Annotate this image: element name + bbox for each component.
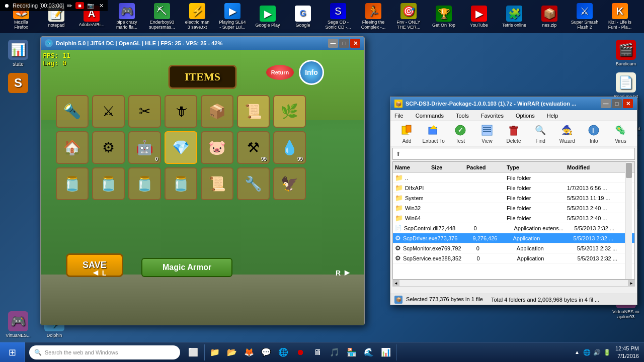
taskbar-icon-chat[interactable]: 💬 bbox=[258, 344, 274, 360]
winrar-close[interactable]: ✕ bbox=[623, 99, 633, 108]
item-slot-16[interactable]: 🫙 bbox=[92, 167, 125, 200]
taskbar-icon-filemanager[interactable]: 📂 bbox=[224, 344, 240, 360]
return-button[interactable]: Return bbox=[266, 65, 294, 80]
menu-file[interactable]: File bbox=[392, 112, 406, 120]
winrar-path-bar[interactable]: ⬆ bbox=[392, 148, 635, 160]
info-button[interactable]: Info bbox=[299, 60, 324, 85]
scrollbar-thumb[interactable] bbox=[626, 163, 632, 178]
winrar-maximize[interactable]: □ bbox=[612, 99, 622, 108]
minimize-button[interactable]: — bbox=[328, 39, 338, 48]
item-slot-1[interactable]: 🔦 bbox=[56, 95, 89, 128]
tray-clock[interactable]: 12:45 PM 7/1/2016 bbox=[615, 345, 639, 359]
taskbar-icon-chrome[interactable]: 🌐 bbox=[275, 344, 291, 360]
menu-tools[interactable]: Tools bbox=[454, 112, 471, 120]
desktop-icon-kizi[interactable]: K Kizi - Life isFun! - Pla... bbox=[603, 1, 637, 32]
item-slot-7[interactable]: 🌿 bbox=[273, 95, 306, 128]
item-slot-12[interactable]: 🐷 bbox=[201, 131, 233, 164]
list-row-win64[interactable]: 📁 Win64 File folder 5/5/2013 2:40 ... bbox=[393, 213, 634, 223]
desktop-icon-electric[interactable]: ⚡ electric man3 save.txt bbox=[180, 1, 214, 32]
item-slot-13[interactable]: ⚒ 99 bbox=[237, 131, 270, 164]
list-row-parent[interactable]: 📁 .. File folder bbox=[393, 173, 634, 183]
toolbar-view[interactable]: View bbox=[474, 122, 499, 145]
taskbar-icon-store[interactable]: 🏪 bbox=[344, 344, 360, 360]
list-row-difxapi[interactable]: 📁 DIfxAPI File folder 1/7/2013 6:56 ... bbox=[393, 183, 634, 193]
toolbar-test[interactable]: ✓ Test bbox=[448, 122, 472, 145]
stop-button[interactable]: ■ bbox=[75, 2, 84, 9]
toolbar-wizard[interactable]: 🧙 Wizard bbox=[555, 122, 580, 145]
list-row-scpservice[interactable]: ⚙ ScpService.exe 388,352 0 Application 5… bbox=[393, 253, 634, 263]
item-slot-19[interactable]: 📜 bbox=[201, 167, 233, 200]
tray-icon-network[interactable]: 🌐 bbox=[583, 348, 591, 356]
taskbar-icon-firefox[interactable]: 🦊 bbox=[241, 344, 257, 360]
toolbar-extract[interactable]: Extract To bbox=[421, 122, 446, 145]
item-slot-17[interactable]: 🫙 bbox=[128, 167, 161, 200]
item-slot-14[interactable]: 💧 99 bbox=[273, 131, 306, 164]
camera-icon[interactable]: 📷 bbox=[87, 3, 94, 9]
list-row-system[interactable]: 📁 System File folder 5/5/2013 11:19 ... bbox=[393, 193, 634, 203]
menu-help[interactable]: Help bbox=[545, 112, 560, 120]
tray-icon-volume[interactable]: 🔊 bbox=[593, 348, 601, 356]
menu-options[interactable]: Options bbox=[514, 112, 537, 120]
hscroll-right[interactable]: ► bbox=[628, 280, 635, 286]
taskbar-icon-music[interactable]: 🎵 bbox=[327, 344, 343, 360]
toolbar-virus[interactable]: 🦠 Virus bbox=[608, 122, 633, 145]
desktop-icon-googleplay[interactable]: ▶ Google Play bbox=[251, 4, 285, 30]
item-slot-21[interactable]: 🦅 bbox=[273, 167, 306, 200]
item-slot-11[interactable]: 💎 bbox=[165, 131, 197, 164]
desktop-icon-state[interactable]: 📊 state bbox=[2, 38, 34, 69]
desktop-icon-tetris[interactable]: 🧩 Tetris online bbox=[497, 4, 531, 30]
desktop-icon-google[interactable]: G Google bbox=[286, 4, 320, 30]
list-row-win32[interactable]: 📁 Win32 File folder 5/5/2013 2:40 ... bbox=[393, 203, 634, 213]
desktop-icon-virtuanes2[interactable]: 🎮 VirtuaNES... bbox=[2, 309, 34, 340]
desktop-icon-playing[interactable]: ▶ Playing SL64- Super Lui... bbox=[215, 1, 250, 32]
desktop-icon-youtube[interactable]: ▶ YouTube bbox=[462, 4, 496, 30]
taskbar-icon-chart[interactable]: 📊 bbox=[378, 344, 394, 360]
taskbar-search[interactable]: 🔍 Search the web and Windows bbox=[29, 345, 180, 359]
list-row-scpmonitor[interactable]: ⚙ ScpMonitor.exe 769,792 0 Application 5… bbox=[393, 243, 634, 253]
item-slot-9[interactable]: ⚙ bbox=[92, 131, 125, 164]
desktop-icon-sega[interactable]: S Sega CD -Sonic CD -... bbox=[321, 1, 355, 32]
item-slot-20[interactable]: 🔧 bbox=[237, 167, 270, 200]
item-slot-8[interactable]: 🏠 bbox=[56, 131, 89, 164]
winrar-scrollbar[interactable] bbox=[625, 162, 632, 279]
task-view-button[interactable]: ⬜ bbox=[184, 344, 202, 360]
taskbar-icon-explorer[interactable]: 📁 bbox=[207, 344, 223, 360]
winrar-titlebar[interactable]: 📦 SCP-DS3-Driver-Package-1.0.0.103 (1).7… bbox=[390, 97, 637, 110]
desktop-icon-bandicam[interactable]: 🎬 Bandicam bbox=[610, 38, 642, 68]
list-row-scpcontrol[interactable]: 📄 ScpControl.dll 72,448 0 Application ex… bbox=[393, 223, 634, 233]
menu-favorites[interactable]: Favorites bbox=[479, 112, 506, 120]
item-slot-2[interactable]: ⚔ bbox=[92, 95, 125, 128]
hscroll-left[interactable]: ◄ bbox=[392, 280, 399, 286]
taskbar-icon-record[interactable]: ⏺ bbox=[292, 344, 308, 360]
l-button[interactable]: ◄ L bbox=[91, 267, 106, 278]
winrar-minimize[interactable]: — bbox=[601, 99, 611, 108]
winrar-hscroll[interactable]: ◄ ► bbox=[392, 280, 635, 287]
start-button[interactable]: ⊞ bbox=[0, 342, 25, 363]
desktop-icon-geton[interactable]: 🏆 Get On Top bbox=[427, 4, 461, 30]
item-slot-10[interactable]: 🤖 0 bbox=[128, 131, 161, 164]
close-recording-icon[interactable]: ✕ bbox=[99, 3, 104, 9]
r-button[interactable]: R ► bbox=[336, 267, 352, 278]
list-row-scpdriver[interactable]: ⚙ ScpDriver.exe 773,376 9,276,426 Applic… bbox=[393, 233, 634, 243]
toolbar-delete[interactable]: Delete bbox=[501, 122, 526, 145]
item-slot-15[interactable]: 🫙 bbox=[56, 167, 89, 200]
item-slot-5[interactable]: 📦 bbox=[201, 95, 233, 128]
desktop-icon-s[interactable]: S bbox=[2, 71, 34, 97]
desktop-icon-fleeing[interactable]: 🏃 Fleeing theComplex -... bbox=[356, 1, 390, 32]
taskbar-icon-monitor[interactable]: 🖥 bbox=[309, 344, 326, 360]
taskbar-icon-wave[interactable]: 🌊 bbox=[361, 344, 377, 360]
desktop-icon-fnv[interactable]: 🎯 Fnv - ONLYTHE VER... bbox=[391, 1, 426, 32]
menu-commands[interactable]: Commands bbox=[414, 112, 446, 120]
tray-icon-battery[interactable]: 🔋 bbox=[603, 348, 611, 356]
desktop-icon-nes[interactable]: 📦 nes.zip bbox=[532, 4, 567, 30]
desktop-icon-smash[interactable]: ⚔ Super SmashFlash 2 bbox=[568, 1, 602, 32]
toolbar-info[interactable]: i Info bbox=[582, 122, 606, 145]
item-slot-18[interactable]: 🫙 bbox=[165, 167, 197, 200]
item-slot-3[interactable]: ✂ bbox=[128, 95, 161, 128]
toolbar-find[interactable]: 🔍 Find bbox=[528, 122, 553, 145]
item-slot-6[interactable]: 📜 bbox=[237, 95, 270, 128]
desktop-icon-ender[interactable]: ⛏ Enderboy93supersmas... bbox=[145, 1, 179, 32]
close-button[interactable]: ✕ bbox=[350, 39, 360, 48]
maximize-button[interactable]: □ bbox=[339, 39, 349, 48]
tray-icon-1[interactable]: ▲ bbox=[573, 348, 581, 356]
